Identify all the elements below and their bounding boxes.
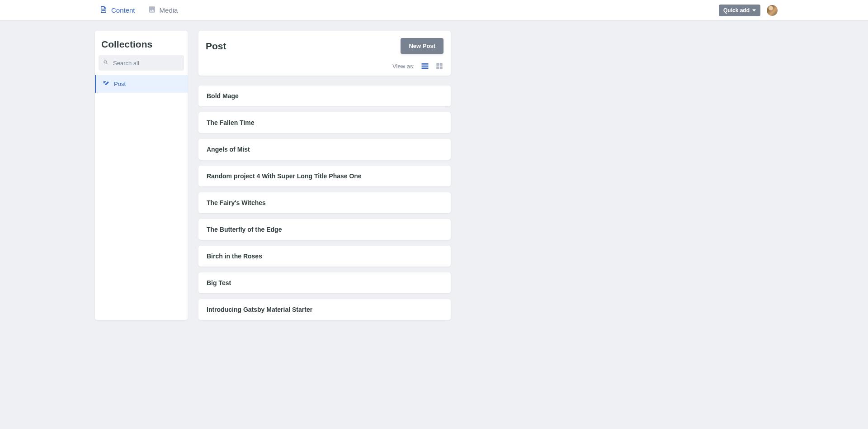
entry-list: Bold Mage The Fallen Time Angels of Mist…	[198, 86, 451, 320]
write-icon	[102, 80, 109, 88]
entry-card[interactable]: The Fallen Time	[198, 112, 451, 133]
entry-card[interactable]: Big Test	[198, 272, 451, 293]
header-actions: Quick add	[719, 5, 778, 16]
collection-header: Post New Post View as:	[198, 31, 451, 76]
nav-content-label: Content	[111, 6, 135, 14]
svg-rect-4	[440, 63, 443, 66]
quick-add-button[interactable]: Quick add	[719, 5, 760, 16]
header-nav: Content Media	[99, 1, 178, 19]
entry-card[interactable]: Bold Mage	[198, 86, 451, 106]
entry-card[interactable]: The Fairy's Witches	[198, 192, 451, 213]
entry-title: Bold Mage	[207, 92, 239, 100]
collection-title: Post	[206, 41, 226, 52]
chevron-down-icon	[752, 7, 756, 14]
main-content: Collections Post Post New Post View as:	[0, 21, 868, 320]
entry-title: Angels of Mist	[207, 146, 250, 153]
entry-title: Random project 4 With Super Long Title P…	[207, 172, 362, 180]
search-input[interactable]	[113, 60, 179, 67]
entry-card[interactable]: Birch in the Roses	[198, 246, 451, 267]
search-box[interactable]	[99, 55, 184, 71]
quick-add-label: Quick add	[723, 7, 750, 14]
collections-sidebar: Collections Post	[95, 31, 188, 320]
entry-title: Introducing Gatsby Material Starter	[207, 306, 312, 313]
image-icon	[148, 5, 156, 15]
nav-media[interactable]: Media	[148, 1, 178, 19]
sidebar-item-label: Post	[114, 81, 126, 87]
avatar[interactable]	[767, 5, 778, 16]
search-icon	[103, 59, 108, 67]
grid-view-icon[interactable]	[435, 62, 443, 70]
svg-rect-0	[422, 63, 429, 65]
nav-media-label: Media	[160, 6, 178, 14]
sidebar-item-post[interactable]: Post	[95, 75, 188, 93]
entry-title: The Fallen Time	[207, 119, 255, 126]
entry-card[interactable]: The Butterfly of the Edge	[198, 219, 451, 240]
svg-rect-6	[440, 67, 443, 69]
list-view-icon[interactable]	[421, 62, 429, 70]
entry-card[interactable]: Random project 4 With Super Long Title P…	[198, 166, 451, 186]
search-wrap	[95, 55, 188, 75]
entry-title: Birch in the Roses	[207, 253, 262, 260]
svg-rect-5	[436, 67, 439, 69]
svg-rect-3	[436, 63, 439, 66]
collection-column: Post New Post View as: Bold Mage The Fal…	[198, 31, 451, 320]
view-as-label: View as:	[392, 63, 415, 70]
entry-card[interactable]: Angels of Mist	[198, 139, 451, 160]
svg-rect-2	[422, 67, 429, 69]
entry-title: Big Test	[207, 279, 231, 286]
nav-content[interactable]: Content	[99, 1, 135, 19]
collection-header-top: Post New Post	[206, 38, 443, 54]
entry-title: The Fairy's Witches	[207, 199, 266, 206]
view-controls: View as:	[206, 62, 443, 70]
document-icon	[99, 5, 108, 15]
entry-title: The Butterfly of the Edge	[207, 226, 282, 233]
sidebar-title: Collections	[95, 31, 188, 55]
entry-card[interactable]: Introducing Gatsby Material Starter	[198, 299, 451, 320]
svg-rect-1	[422, 66, 429, 67]
new-post-button[interactable]: New Post	[401, 38, 443, 54]
app-header: Content Media Quick add	[0, 0, 868, 21]
